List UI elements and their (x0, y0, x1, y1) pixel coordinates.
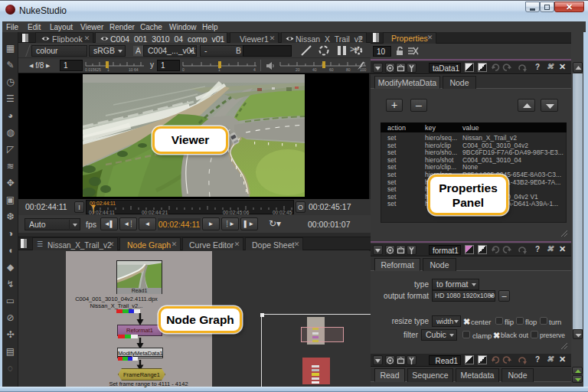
svg-text:20: 20 (296, 67, 300, 72)
svg-text:10 64: 10 64 (129, 67, 139, 72)
svg-text:80: 80 (346, 67, 351, 72)
svg-text:1: 1 (107, 67, 109, 72)
svg-text:1: 1 (218, 67, 220, 72)
svg-text:60: 60 (329, 67, 334, 72)
svg-text:4: 4 (253, 67, 256, 72)
svg-text:40: 40 (312, 67, 317, 72)
svg-text:0: 0 (182, 67, 185, 72)
svg-text:0.015625: 0.015625 (85, 67, 101, 72)
